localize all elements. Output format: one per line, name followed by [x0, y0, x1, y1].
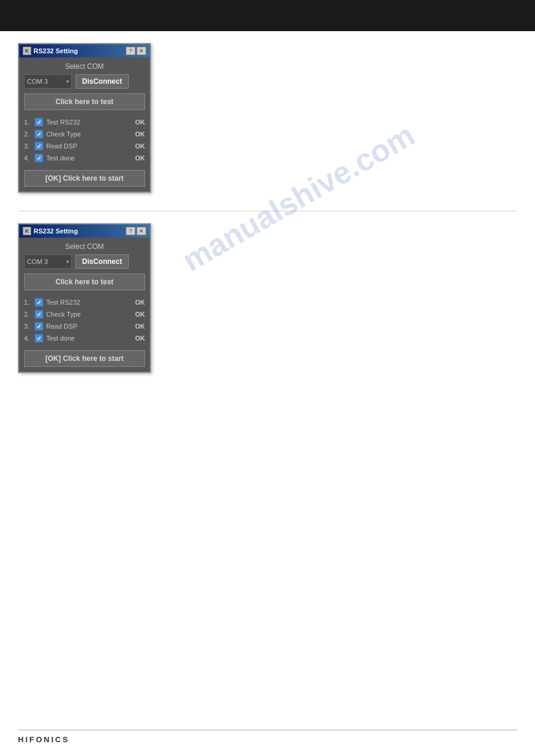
test-item-2-1: 1. Test RS232 OK: [24, 296, 145, 308]
titlebar-icon-2: K: [23, 227, 31, 235]
section-divider: [18, 211, 517, 211]
test-item-1-2: 2. Check Type OK: [24, 128, 145, 140]
checkbox-2-2[interactable]: [35, 310, 43, 318]
checkbox-1-2[interactable]: [35, 130, 43, 138]
checkbox-1-3[interactable]: [35, 142, 43, 150]
test-button-2[interactable]: Click here to test: [24, 274, 145, 290]
main-content: K RS232 Setting ? ✕ Select COM COM 3 COM…: [0, 31, 535, 403]
titlebar-icon-1: K: [23, 47, 31, 55]
checkbox-1-4[interactable]: [35, 154, 43, 162]
help-button-2[interactable]: ?: [126, 227, 135, 235]
titlebar-buttons-2: ? ✕: [126, 227, 146, 235]
com-select-wrapper-1[interactable]: COM 3 COM 1 COM 2 COM 4: [24, 74, 72, 89]
test-item-2-4: 4. Test done OK: [24, 332, 145, 344]
titlebar-2: K RS232 Setting ? ✕: [19, 224, 150, 238]
brand-name: HIFONICS: [18, 735, 69, 744]
checkbox-2-1[interactable]: [35, 298, 43, 306]
footer: HIFONICS: [18, 730, 517, 744]
com-select-wrapper-2[interactable]: COM 3 COM 1 COM 2 COM 4: [24, 254, 72, 269]
checkbox-2-3[interactable]: [35, 322, 43, 330]
checkbox-2-4[interactable]: [35, 334, 43, 342]
com-select-1[interactable]: COM 3 COM 1 COM 2 COM 4: [24, 74, 72, 89]
close-button-2[interactable]: ✕: [137, 227, 146, 235]
checkbox-1-1[interactable]: [35, 118, 43, 126]
rs232-dialog-1: K RS232 Setting ? ✕ Select COM COM 3 COM…: [18, 43, 151, 193]
start-button-1[interactable]: [OK] Click here to start: [24, 170, 145, 187]
test-item-2-3: 3. Read DSP OK: [24, 320, 145, 332]
titlebar-title-1: RS232 Setting: [34, 47, 78, 54]
select-com-label-2: Select COM: [24, 242, 145, 251]
help-button-1[interactable]: ?: [126, 47, 135, 55]
test-item-1-3: 3. Read DSP OK: [24, 140, 145, 152]
select-com-label-1: Select COM: [24, 62, 145, 71]
test-item-2-2: 2. Check Type OK: [24, 308, 145, 320]
titlebar-left-2: K RS232 Setting: [23, 227, 78, 235]
disconnect-button-2[interactable]: DisConnect: [75, 254, 129, 269]
close-button-1[interactable]: ✕: [137, 47, 146, 55]
titlebar-buttons-1: ? ✕: [126, 47, 146, 55]
titlebar-title-2: RS232 Setting: [34, 227, 78, 235]
rs232-body-2: Select COM COM 3 COM 1 COM 2 COM 4 DisCo…: [19, 238, 150, 372]
com-row-2: COM 3 COM 1 COM 2 COM 4 DisConnect: [24, 254, 145, 269]
top-header-bar: [0, 0, 535, 31]
start-button-2[interactable]: [OK] Click here to start: [24, 350, 145, 367]
disconnect-button-1[interactable]: DisConnect: [75, 74, 129, 89]
rs232-dialog-2: K RS232 Setting ? ✕ Select COM COM 3 COM…: [18, 223, 151, 373]
titlebar-1: K RS232 Setting ? ✕: [19, 44, 150, 57]
com-select-2[interactable]: COM 3 COM 1 COM 2 COM 4: [24, 254, 72, 269]
com-row-1: COM 3 COM 1 COM 2 COM 4 DisConnect: [24, 74, 145, 89]
test-item-1-1: 1. Test RS232 OK: [24, 116, 145, 128]
test-items-1: 1. Test RS232 OK 2. Check Type OK 3. Rea…: [24, 116, 145, 164]
titlebar-left-1: K RS232 Setting: [23, 47, 78, 55]
test-button-1[interactable]: Click here to test: [24, 93, 145, 110]
rs232-body-1: Select COM COM 3 COM 1 COM 2 COM 4 DisCo…: [19, 57, 150, 192]
test-items-2: 1. Test RS232 OK 2. Check Type OK 3. Rea…: [24, 296, 145, 344]
test-item-1-4: 4. Test done OK: [24, 152, 145, 164]
